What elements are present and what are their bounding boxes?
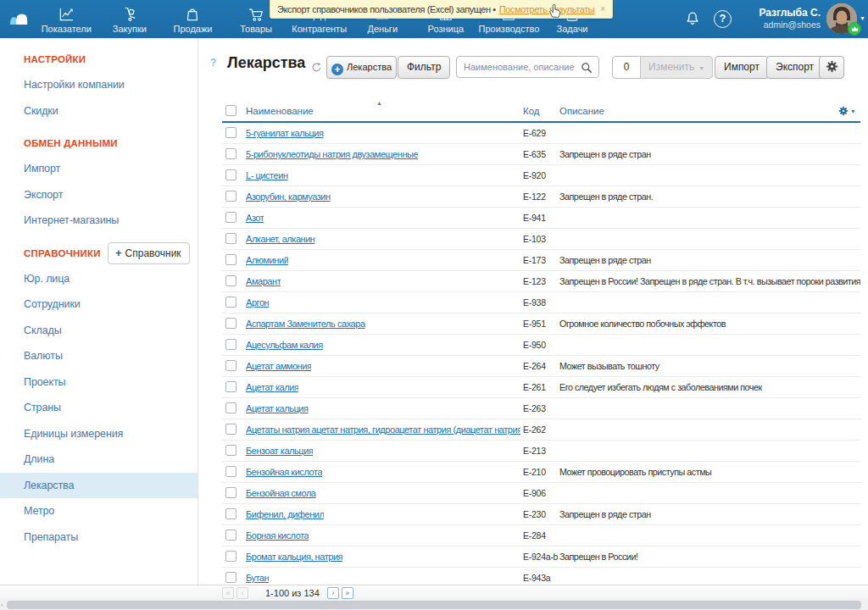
sidebar-item-длина[interactable]: Длина [0, 446, 198, 473]
user-menu-caret-icon[interactable]: ▼ [860, 15, 865, 21]
settings-gear-button[interactable] [819, 56, 844, 79]
sidebar-item-валюты[interactable]: Валюты [0, 343, 198, 369]
sidebar-section-title: НАСТРОЙКИ [0, 47, 198, 72]
row-checkbox[interactable] [225, 127, 236, 138]
item-name-link[interactable]: Ацетаты натрия ацетат натрия, гидроацета… [246, 424, 520, 435]
help-icon[interactable]: ? [714, 10, 732, 28]
sidebar-item-склады[interactable]: Склады [0, 318, 198, 344]
select-all-checkbox[interactable] [225, 105, 236, 116]
sort-asc-icon[interactable]: ▲ [376, 100, 382, 106]
item-name-link[interactable]: Алюминий [246, 255, 288, 265]
item-name-link[interactable]: Бифенил, дифенил [246, 509, 324, 519]
prev-page-button[interactable]: ‹ [236, 587, 248, 599]
row-checkbox[interactable] [225, 297, 236, 308]
item-name-link[interactable]: Ацетат аммония [246, 361, 311, 371]
item-name-link[interactable]: Азот [246, 213, 264, 223]
item-name-link[interactable]: Бензоат кальция [246, 446, 313, 456]
row-checkbox[interactable] [225, 466, 236, 477]
item-name-link[interactable]: Бензойная смола [246, 488, 316, 498]
toast-close-icon[interactable]: × [600, 4, 605, 14]
row-checkbox[interactable] [225, 254, 236, 265]
row-checkbox[interactable] [225, 233, 236, 244]
row-checkbox[interactable] [225, 275, 236, 286]
item-name-link[interactable]: Бромат кальция, натрия [246, 552, 342, 562]
notifications-bell-icon[interactable] [683, 9, 702, 28]
row-checkbox[interactable] [225, 381, 236, 392]
search-icon[interactable] [581, 62, 593, 74]
item-name-link[interactable]: Алканет, алканин [246, 234, 315, 244]
import-button[interactable]: Импорт [715, 56, 769, 79]
row-checkbox[interactable] [225, 169, 236, 180]
item-name-link[interactable]: Азорубин, кармуазин [246, 191, 331, 202]
row-checkbox[interactable] [225, 445, 236, 456]
row-checkbox[interactable] [225, 360, 236, 371]
item-name-link[interactable]: Ацесульфам калия [246, 340, 323, 350]
sidebar-item-единицы-измерения[interactable]: Единицы измерения [0, 421, 198, 447]
row-checkbox[interactable] [225, 572, 236, 583]
row-checkbox[interactable] [225, 402, 236, 413]
add-directory-button[interactable]: +Справочник [108, 242, 190, 264]
scrollbar-thumb[interactable] [7, 601, 861, 609]
row-checkbox[interactable] [225, 424, 236, 435]
table-row: Аспартам Заменитель сахараE-951Огромное … [222, 313, 860, 335]
item-code: E-261 [523, 382, 546, 392]
sidebar-item-проекты[interactable]: Проекты [0, 369, 198, 396]
sidebar-item-настройки-компании[interactable]: Настройки компании [0, 72, 198, 98]
first-page-button[interactable]: « [222, 587, 234, 599]
item-description: Запрещен в ряде стран [559, 509, 651, 519]
row-checkbox[interactable] [225, 551, 236, 562]
next-page-button[interactable]: › [327, 587, 339, 599]
last-page-button[interactable]: » [342, 587, 353, 599]
row-checkbox[interactable] [225, 487, 236, 498]
item-name-link[interactable]: Бутан [246, 573, 269, 583]
item-name-link[interactable]: Бензойная кислота [246, 467, 322, 477]
item-description: Запрещен в России! [559, 552, 637, 562]
row-checkbox[interactable] [225, 508, 236, 519]
change-button[interactable]: Изменить▼ [640, 56, 713, 79]
create-button[interactable]: +Лекарства [326, 56, 397, 79]
column-header-name[interactable]: Наименование [246, 106, 314, 116]
sidebar-item-сотрудники[interactable]: Сотрудники [0, 291, 198, 318]
export-button[interactable]: Экспорт [766, 56, 823, 79]
sidebar-item-страны[interactable]: Страны [0, 395, 198, 421]
item-name-link[interactable]: Аргон [246, 297, 269, 308]
sidebar-item-юр-лица[interactable]: Юр. лица [0, 266, 198, 292]
item-name-link[interactable]: Амарант [246, 276, 281, 286]
title-help-icon[interactable]: ? [210, 57, 216, 69]
row-checkbox[interactable] [225, 530, 236, 541]
item-name-link[interactable]: 5-рибонуклеотиды натрия двузамещенные [246, 149, 418, 159]
item-name-link[interactable]: Ацетат калия [246, 382, 298, 392]
row-checkbox[interactable] [225, 318, 236, 329]
sidebar-item-скидки[interactable]: Скидки [0, 98, 198, 125]
scroll-left-icon[interactable]: ‹ [1, 600, 3, 610]
nav-item-purchases[interactable]: Закупки [98, 0, 162, 38]
sidebar-item-интернет-магазины[interactable]: Интернет-магазины [0, 208, 198, 234]
item-name-link[interactable]: L- цистеин [246, 170, 288, 180]
row-checkbox[interactable] [225, 191, 236, 202]
refresh-icon[interactable] [311, 62, 322, 73]
item-name-link[interactable]: Ацетат кальция [246, 403, 309, 413]
sidebar-item-лекарства[interactable]: Лекарства [0, 473, 198, 499]
user-block[interactable]: Разглыба С. admin@shoes [759, 6, 821, 30]
item-name-link[interactable]: 5-гуанилат кальция [246, 128, 324, 138]
filter-button[interactable]: Фильтр [398, 56, 450, 79]
horizontal-scrollbar[interactable]: ‹ [0, 600, 868, 610]
item-name-link[interactable]: Аспартам Заменитель сахара [246, 319, 365, 329]
column-header-desc[interactable]: Описание [559, 106, 604, 116]
column-settings-gear-icon[interactable]: ▼ [838, 104, 856, 119]
item-code: E-635 [523, 149, 546, 159]
row-checkbox[interactable] [225, 212, 236, 223]
nav-item-indicators[interactable]: Показатели [35, 0, 98, 38]
table-row: Бромат кальция, натрияE-924a-bЗапрещен в… [222, 546, 860, 568]
item-name-link[interactable]: Борная кислота [246, 530, 309, 541]
sidebar-item-препараты[interactable]: Препараты [0, 524, 198, 551]
row-checkbox[interactable] [225, 148, 236, 159]
nav-item-sales[interactable]: Продажи [161, 0, 225, 38]
search-input[interactable] [464, 58, 581, 76]
moysklad-logo[interactable] [8, 13, 29, 25]
sidebar-item-импорт[interactable]: Импорт [0, 156, 198, 182]
sidebar-item-метро[interactable]: Метро [0, 498, 198, 524]
row-checkbox[interactable] [225, 339, 236, 350]
sidebar-item-экспорт[interactable]: Экспорт [0, 182, 198, 208]
column-header-code[interactable]: Код [523, 106, 540, 116]
